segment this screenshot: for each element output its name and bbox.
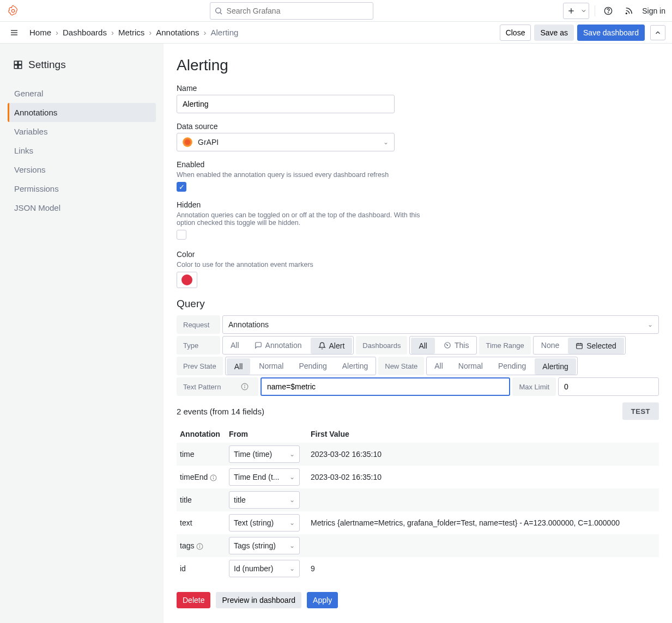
from-select[interactable]: Tags (string)⌄ xyxy=(229,537,300,554)
color-dot xyxy=(181,274,192,285)
sidebar-item-versions[interactable]: Versions xyxy=(8,160,156,179)
cell-value xyxy=(307,488,659,511)
type-all[interactable]: All xyxy=(223,338,247,353)
th-from: From xyxy=(226,425,307,443)
type-annotation[interactable]: Annotation xyxy=(247,338,310,353)
prev-alerting[interactable]: Alerting xyxy=(335,358,376,374)
collapse-button[interactable] xyxy=(650,25,665,40)
chevron-down-icon: ⌄ xyxy=(289,473,295,481)
color-desc: Color to use for the annotation event ma… xyxy=(177,261,659,268)
sidebar-item-links[interactable]: Links xyxy=(8,141,156,160)
name-input[interactable] xyxy=(177,95,395,113)
grafana-logo-icon[interactable] xyxy=(7,4,20,17)
timerange-label: Time Range xyxy=(479,336,530,355)
annotation-table: Annotation From First Value timeTime (ti… xyxy=(177,425,659,580)
chevron-down-icon: ⌄ xyxy=(289,542,295,549)
chevron-down-icon: ⌄ xyxy=(383,138,389,146)
page-title: Alerting xyxy=(177,57,659,74)
crumb-dashboards[interactable]: Dashboards xyxy=(63,28,107,37)
crumb-annotations[interactable]: Annotations xyxy=(156,28,199,37)
new-pending[interactable]: Pending xyxy=(491,358,534,374)
table-row: titletitle⌄ xyxy=(177,488,659,511)
sidebar-item-permissions[interactable]: Permissions xyxy=(8,179,156,198)
cell-annotation: title xyxy=(177,488,226,511)
apply-button[interactable]: Apply xyxy=(307,592,338,608)
request-select[interactable]: Annotations⌄ xyxy=(222,315,659,334)
type-alert[interactable]: Alert xyxy=(311,338,353,354)
preview-button[interactable]: Preview in dashboard xyxy=(216,592,301,608)
search-icon xyxy=(214,7,223,15)
news-button[interactable] xyxy=(621,3,637,19)
delete-button[interactable]: Delete xyxy=(177,592,210,608)
from-select[interactable]: Time (time)⌄ xyxy=(229,445,300,463)
enabled-desc: When enabled the annotation query is iss… xyxy=(177,171,659,179)
settings-sidebar: Settings GeneralAnnotationsVariablesLink… xyxy=(0,44,164,623)
sidebar-item-annotations[interactable]: Annotations xyxy=(8,103,156,122)
crumb-current: Alerting xyxy=(210,28,238,37)
from-select[interactable]: Time End (t...⌄ xyxy=(229,468,300,486)
time-selected[interactable]: Selected xyxy=(568,338,623,354)
signin-link[interactable]: Sign in xyxy=(642,7,665,15)
svg-point-7 xyxy=(626,13,627,14)
color-picker[interactable] xyxy=(177,272,197,288)
from-select[interactable]: Text (string)⌄ xyxy=(229,514,300,532)
test-button[interactable]: TEST xyxy=(622,402,659,420)
new-all[interactable]: All xyxy=(427,358,451,374)
enabled-label: Enabled xyxy=(177,160,659,169)
add-menu[interactable] xyxy=(563,3,589,19)
breadcrumb: Home› Dashboards› Metrics› Annotations› … xyxy=(29,28,238,37)
textpattern-input[interactable] xyxy=(261,377,510,396)
dash-this[interactable]: This xyxy=(436,338,476,353)
prev-all[interactable]: All xyxy=(227,358,251,375)
cell-value: Metrics {alertname=Metrics, grafana_fold… xyxy=(307,511,659,534)
datasource-select[interactable]: GrAPI ⌄ xyxy=(177,133,395,151)
chevron-down-icon: ⌄ xyxy=(289,450,295,458)
crumb-home[interactable]: Home xyxy=(29,28,51,37)
save-as-button[interactable]: Save as xyxy=(534,25,574,41)
cell-from: Time End (t...⌄ xyxy=(226,466,307,488)
hidden-checkbox[interactable] xyxy=(177,230,186,240)
dash-all[interactable]: All xyxy=(411,338,435,354)
crumb-metrics[interactable]: Metrics xyxy=(118,28,144,37)
svg-rect-11 xyxy=(14,61,17,64)
plus-icon xyxy=(564,3,579,19)
help-button[interactable] xyxy=(601,3,616,19)
cell-annotation: text xyxy=(177,511,226,534)
time-none[interactable]: None xyxy=(534,338,567,353)
dashboards-radio-group: All This xyxy=(409,336,477,355)
info-icon[interactable] xyxy=(210,474,217,481)
info-icon[interactable] xyxy=(241,383,252,390)
textpattern-label: Text Pattern xyxy=(177,377,258,396)
svg-rect-14 xyxy=(19,65,22,69)
menu-toggle[interactable] xyxy=(7,25,22,40)
from-select[interactable]: Id (number)⌄ xyxy=(229,560,300,577)
alert-icon xyxy=(318,342,326,350)
color-label: Color xyxy=(177,250,659,259)
calendar-icon xyxy=(576,342,583,350)
svg-rect-17 xyxy=(577,344,583,349)
close-button[interactable]: Close xyxy=(500,25,531,41)
save-dashboard-button[interactable]: Save dashboard xyxy=(577,25,645,41)
cell-value: 2023-03-02 16:35:10 xyxy=(307,466,659,488)
search-input[interactable] xyxy=(210,2,373,20)
sidebar-item-general[interactable]: General xyxy=(8,84,156,103)
new-alerting[interactable]: Alerting xyxy=(535,358,576,375)
chevron-down-icon: ⌄ xyxy=(647,321,653,328)
query-title: Query xyxy=(177,298,659,310)
new-normal[interactable]: Normal xyxy=(451,358,491,374)
chevron-down-icon: ⌄ xyxy=(289,496,295,504)
from-select[interactable]: title⌄ xyxy=(229,491,300,509)
enabled-checkbox[interactable]: ✓ xyxy=(177,182,186,192)
topbar: Sign in xyxy=(0,0,672,22)
prev-normal[interactable]: Normal xyxy=(251,358,291,374)
cell-value: 9 xyxy=(307,557,659,580)
cell-from: Time (time)⌄ xyxy=(226,443,307,466)
cell-annotation: id xyxy=(177,557,226,580)
sidebar-item-json-model[interactable]: JSON Model xyxy=(8,198,156,217)
maxlimit-input[interactable] xyxy=(558,377,659,396)
svg-rect-13 xyxy=(14,65,17,69)
prev-pending[interactable]: Pending xyxy=(291,358,334,374)
sidebar-item-variables[interactable]: Variables xyxy=(8,122,156,141)
info-icon[interactable] xyxy=(196,543,203,550)
annotation-icon xyxy=(255,341,262,349)
